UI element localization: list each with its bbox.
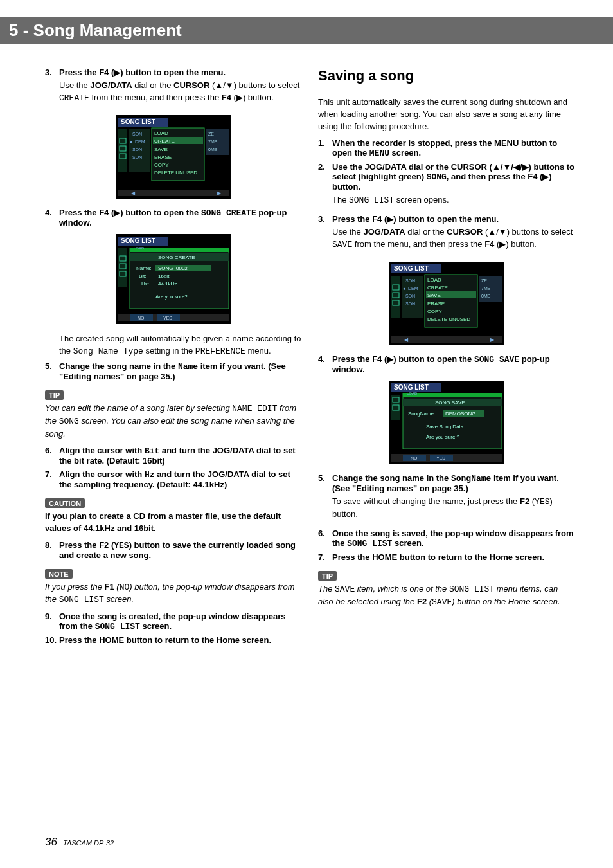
svg-text:Hz:: Hz:	[141, 281, 149, 287]
svg-text:SongName:: SongName:	[408, 411, 435, 417]
step-number: 2.	[318, 162, 332, 211]
svg-text:ERASE: ERASE	[154, 154, 172, 160]
svg-text:SON: SON	[405, 302, 415, 306]
svg-text:ERASE: ERASE	[427, 301, 445, 307]
svg-text:CREATE: CREATE	[154, 138, 175, 144]
caution-badge: CAUTION	[45, 498, 85, 508]
step-text: Use the JOG/DATA dial or the CURSOR (▲/▼…	[59, 80, 301, 105]
tip-badge: TIP	[45, 390, 64, 400]
svg-text:●: ●	[130, 140, 132, 144]
step-number: 7.	[45, 469, 59, 489]
svg-text:0MB: 0MB	[481, 294, 491, 298]
svg-text:SON: SON	[132, 132, 142, 136]
step-number: 10.	[45, 635, 59, 645]
step-heading: Press the F4 (▶) button to open the menu…	[59, 68, 301, 77]
step-heading: Once the song is created, the pop-up win…	[59, 611, 301, 631]
svg-text:▶: ▶	[490, 337, 495, 343]
svg-text:ZE: ZE	[481, 278, 487, 283]
svg-text:Name:: Name:	[136, 266, 152, 271]
svg-text:Are you sure ?: Are you sure ?	[426, 434, 460, 440]
chapter-header: 5 - Song Management	[0, 17, 613, 44]
step-heading: Change the song name in the SongName ite…	[332, 473, 574, 493]
svg-text:SAVE: SAVE	[154, 147, 168, 152]
tip-text: The SAVE item, which is one of the SONG …	[318, 583, 574, 609]
step-heading: Press the F2 (YES) button to save the cu…	[59, 540, 301, 560]
note-badge: NOTE	[45, 569, 73, 579]
step-number: 3.	[318, 214, 332, 255]
tip-text: You can edit the name of a song later by…	[45, 402, 301, 440]
svg-text:SON: SON	[132, 155, 142, 159]
step-heading: Align the cursor with Bit and turn the J…	[59, 446, 301, 466]
step-text: Use the JOG/DATA dial or the CURSOR (▲/▼…	[332, 226, 574, 251]
step-heading: Press the F4 (▶) button to open the menu…	[332, 214, 574, 224]
step-number: 5.	[318, 473, 332, 525]
svg-text:●: ●	[403, 286, 405, 291]
chapter-title: 5 - Song Management	[9, 21, 182, 41]
section-title: Saving a song	[318, 68, 574, 87]
svg-text:SONG LIST: SONG LIST	[394, 265, 429, 272]
svg-text:NO: NO	[411, 456, 418, 460]
step-heading: Press the HOME button to return to the H…	[59, 635, 301, 645]
right-column: Saving a song This unit automatically sa…	[318, 68, 574, 649]
step-text: The created song will automatically be g…	[59, 333, 301, 358]
svg-text:SON: SON	[405, 278, 415, 283]
svg-text:LOAD: LOAD	[154, 131, 168, 136]
svg-text:DEM: DEM	[408, 286, 418, 291]
section-intro: This unit automatically saves the curren…	[318, 96, 574, 133]
svg-text:LOAD: LOAD	[407, 392, 418, 395]
step-number: 8.	[45, 540, 59, 560]
step-heading: Change the song name in the Name item if…	[59, 361, 301, 381]
svg-rect-36	[130, 248, 229, 252]
step-number: 6.	[318, 529, 332, 548]
svg-text:SONG LIST: SONG LIST	[394, 384, 429, 391]
svg-text:7MB: 7MB	[481, 286, 491, 291]
svg-rect-88	[403, 393, 502, 397]
svg-text:Are you sure?: Are you sure?	[155, 294, 188, 300]
step-heading: Use the JOG/DATA dial or the CURSOR (▲/▼…	[332, 162, 574, 192]
svg-text:◀: ◀	[404, 337, 409, 343]
svg-text:LOAD: LOAD	[427, 277, 441, 283]
page-number: 36	[45, 836, 57, 848]
svg-text:SONG_0002: SONG_0002	[158, 266, 188, 271]
step-text: To save without changing the name, just …	[332, 496, 574, 521]
svg-text:44.1kHz: 44.1kHz	[158, 281, 177, 287]
svg-text:CREATE: CREATE	[427, 285, 448, 291]
svg-text:DEM: DEM	[135, 140, 145, 144]
step-heading: Press the HOME button to return to the H…	[332, 552, 574, 562]
svg-text:ZE: ZE	[208, 132, 214, 136]
lcd-songlist-create: SONG LIST SON ● DEM SON SON LOAD CREATE …	[116, 115, 231, 199]
svg-text:SON: SON	[405, 294, 415, 298]
page-footer: 36 TASCAM DP-32	[45, 836, 114, 849]
svg-text:DELETE UNUSED: DELETE UNUSED	[427, 316, 470, 322]
lcd-song-create: SONG LIST LOAD SONG CREATE Name: SONG_00…	[116, 234, 231, 324]
step-number: 7.	[318, 552, 332, 562]
svg-text:COPY: COPY	[154, 162, 169, 168]
svg-text:0MB: 0MB	[208, 147, 218, 152]
svg-text:7MB: 7MB	[208, 140, 218, 144]
step-number: 6.	[45, 446, 59, 466]
tip-badge: TIP	[318, 571, 337, 581]
left-column: 3. Press the F4 (▶) button to open the m…	[45, 68, 301, 649]
svg-text:SONG CREATE: SONG CREATE	[158, 255, 195, 260]
step-heading: Once the song is saved, the pop-up windo…	[332, 529, 574, 548]
svg-text:◀: ◀	[131, 190, 136, 196]
svg-text:NO: NO	[138, 316, 145, 320]
svg-text:DELETE UNUSED: DELETE UNUSED	[154, 170, 197, 176]
svg-text:Save Song Data.: Save Song Data.	[426, 424, 465, 429]
svg-text:YES: YES	[163, 316, 172, 320]
step-number: 9.	[45, 611, 59, 631]
step-heading: Align the cursor with Hz and turn the JO…	[59, 469, 301, 489]
caution-text: If you plan to create a CD from a master…	[45, 511, 301, 535]
step-heading: Press the F4 (▶) button to open the SONG…	[332, 354, 574, 374]
svg-text:SAVE: SAVE	[427, 293, 441, 298]
step-number: 1.	[318, 138, 332, 158]
step-number: 4.	[318, 354, 332, 374]
step-heading: Press the F4 (▶) button to open the SONG…	[59, 208, 301, 228]
step-number: 3.	[45, 68, 59, 109]
svg-text:SONG SAVE: SONG SAVE	[435, 400, 465, 406]
svg-text:SON: SON	[132, 147, 142, 152]
lcd-song-save: SONG LIST LOAD SONG SAVE SongName: DEMOS…	[389, 381, 504, 464]
note-text: If you press the F1 (NO) button, the pop…	[45, 581, 301, 607]
svg-text:SONG LIST: SONG LIST	[121, 118, 155, 125]
step-heading: When the recorder is stopped, press the …	[332, 138, 574, 158]
